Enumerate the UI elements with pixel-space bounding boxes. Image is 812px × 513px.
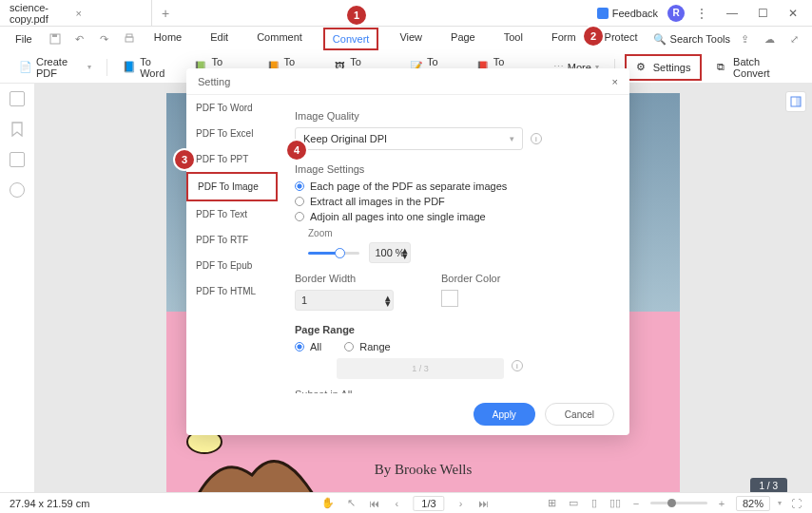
svg-rect-6	[796, 97, 801, 106]
radio-icon	[295, 212, 304, 221]
menu-form[interactable]: Form	[544, 28, 584, 50]
avatar[interactable]: R	[667, 5, 685, 22]
slider-thumb[interactable]	[335, 248, 345, 258]
zoom-value-box[interactable]: 100 %▴▾	[369, 242, 411, 263]
range-input[interactable]: 1 / 3	[337, 358, 504, 379]
kebab-menu-icon[interactable]: ⋮	[688, 0, 715, 27]
range-all[interactable]: All	[295, 341, 321, 352]
document-tab[interactable]: science-copy.pdf ×	[0, 0, 152, 27]
fullscreen-icon[interactable]: ⛶	[789, 497, 802, 510]
word-icon: 📘	[123, 61, 136, 74]
border-color-swatch[interactable]	[441, 290, 458, 307]
side-pdf-to-epub[interactable]: PDF To Epub	[186, 253, 278, 278]
select-tool-icon[interactable]: ↖	[344, 497, 358, 510]
opt-separate-images[interactable]: Each page of the PDF as separate images	[295, 180, 612, 192]
search-placeholder: Search Tools	[670, 33, 730, 45]
cancel-button[interactable]: Cancel	[545, 403, 614, 426]
side-pdf-to-text[interactable]: PDF To Text	[186, 201, 278, 227]
feedback-button[interactable]: Feedback	[591, 6, 664, 21]
search-tools[interactable]: 🔍 Search Tools	[653, 33, 730, 46]
menu-convert[interactable]: Convert	[323, 28, 379, 50]
callout-1: 1	[347, 6, 366, 25]
first-page-icon[interactable]: ⏮	[367, 497, 380, 510]
radio-icon	[295, 181, 304, 191]
info-icon[interactable]: i	[512, 360, 523, 371]
zoom-out-icon[interactable]: −	[629, 497, 643, 510]
apply-button[interactable]: Apply	[474, 403, 535, 426]
properties-panel-icon[interactable]	[785, 91, 806, 112]
modal-close-icon[interactable]: ×	[612, 76, 618, 87]
zoom-label: Zoom	[308, 228, 612, 238]
menu-home[interactable]: Home	[146, 28, 189, 50]
redo-icon[interactable]: ↷	[95, 29, 114, 48]
chevron-down-icon[interactable]: ▾	[778, 499, 782, 507]
new-tab-button[interactable]: +	[152, 6, 179, 21]
info-icon[interactable]: i	[531, 133, 542, 144]
image-settings-label: Image Settings	[295, 163, 612, 175]
close-tab-icon[interactable]: ×	[76, 8, 143, 19]
menu-protect[interactable]: Protect	[597, 28, 646, 50]
opt-extract-images[interactable]: Extract all images in the PDF	[295, 196, 612, 207]
single-page-icon[interactable]: ▯	[588, 497, 601, 510]
prev-page-icon[interactable]: ‹	[390, 497, 403, 510]
callout-3: 3	[175, 150, 194, 169]
stepper-icon[interactable]: ▴▾	[402, 247, 408, 258]
modal-content: Image Quality Keep Original DPI▾ i Image…	[278, 95, 629, 393]
opt-adjoin-single[interactable]: Adjoin all pages into one single image	[295, 211, 612, 222]
menu-comment[interactable]: Comment	[249, 28, 310, 50]
stepper-icon[interactable]: ▴▾	[385, 294, 391, 306]
feedback-icon	[597, 8, 609, 19]
thumbnails-icon[interactable]	[10, 91, 25, 106]
share-icon[interactable]: ⇪	[736, 29, 755, 48]
hand-tool-icon[interactable]: ✋	[321, 497, 335, 510]
bookmark-icon[interactable]	[11, 122, 23, 137]
menubar: File ↶ ↷ Home Edit Comment Convert View …	[0, 27, 812, 51]
print-icon[interactable]	[120, 29, 139, 48]
side-pdf-to-excel[interactable]: PDF To Excel	[186, 121, 278, 146]
range-range[interactable]: Range	[344, 341, 390, 352]
border-color-label: Border Color	[441, 273, 500, 284]
side-pdf-to-word[interactable]: PDF To Word	[186, 95, 278, 121]
save-icon[interactable]	[46, 29, 65, 48]
zoom-slider[interactable]	[308, 252, 359, 255]
menu-tool[interactable]: Tool	[496, 28, 531, 50]
cloud-icon[interactable]: ☁	[761, 29, 780, 48]
fit-page-icon[interactable]: ▭	[567, 497, 580, 510]
search-panel-icon[interactable]	[10, 182, 25, 198]
expand-icon[interactable]: ⤢	[785, 29, 804, 48]
tab-title: science-copy.pdf	[10, 2, 76, 25]
last-page-icon[interactable]: ⏭	[477, 497, 491, 510]
side-pdf-to-image[interactable]: PDF To Image	[186, 172, 278, 201]
to-word-button[interactable]: 📘To Word	[117, 53, 179, 82]
image-quality-select[interactable]: Keep Original DPI▾	[295, 127, 523, 150]
menu-edit[interactable]: Edit	[203, 28, 236, 50]
side-pdf-to-rtf[interactable]: PDF To RTF	[186, 227, 278, 253]
svg-rect-2	[126, 37, 133, 42]
file-menu[interactable]: File	[8, 31, 40, 47]
side-pdf-to-html[interactable]: PDF To HTML	[186, 278, 278, 304]
undo-icon[interactable]: ↶	[70, 29, 89, 48]
maximize-icon[interactable]: ☐	[749, 0, 776, 27]
fit-width-icon[interactable]: ⊞	[546, 497, 559, 510]
zoom-in-icon[interactable]: +	[715, 497, 728, 510]
page-dimensions: 27.94 x 21.59 cm	[10, 498, 89, 509]
settings-modal: Setting × PDF To Word PDF To Excel PDF T…	[186, 68, 629, 435]
next-page-icon[interactable]: ›	[454, 497, 468, 510]
two-page-icon[interactable]: ▯▯	[609, 497, 622, 510]
attachments-icon[interactable]	[10, 152, 25, 167]
menu-page[interactable]: Page	[443, 28, 483, 50]
create-pdf-button[interactable]: 📄Create PDF▾	[13, 53, 97, 82]
menu-view[interactable]: View	[392, 28, 430, 50]
border-width-input[interactable]: 1▴▾	[295, 290, 394, 311]
batch-convert-button[interactable]: ⧉Batch Convert	[711, 53, 799, 82]
side-pdf-to-ppt[interactable]: PDF To PPT	[186, 146, 278, 172]
feedback-label: Feedback	[612, 8, 658, 19]
page-counter[interactable]: 1/3	[413, 496, 444, 511]
zoom-slider[interactable]	[650, 502, 707, 504]
minimize-icon[interactable]: —	[719, 0, 745, 27]
settings-button[interactable]: ⚙Settings	[625, 54, 703, 81]
close-window-icon[interactable]: ✕	[780, 0, 806, 27]
image-quality-label: Image Quality	[295, 110, 612, 122]
zoom-thumb[interactable]	[667, 499, 676, 507]
zoom-level[interactable]: 82%	[736, 496, 770, 511]
